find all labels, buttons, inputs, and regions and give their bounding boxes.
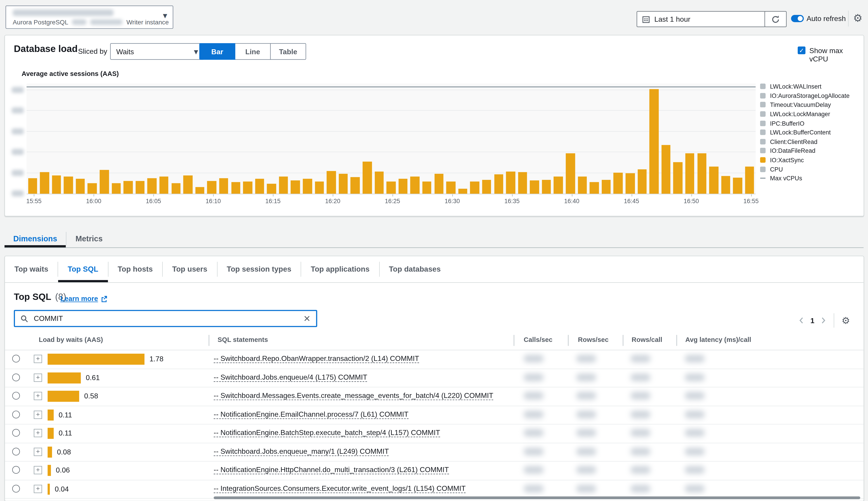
aas-bar[interactable] [649, 89, 658, 194]
table-horizontal-scrollbar[interactable] [214, 497, 860, 499]
legend-item-io-datafileread[interactable]: IO:DataFileRead [760, 146, 849, 156]
aas-bar[interactable] [709, 166, 718, 194]
sql-statement-link[interactable]: -- NotificationEngine.EmailChannel.proce… [214, 410, 409, 418]
aas-bar[interactable] [745, 166, 754, 194]
next-page-chevron[interactable] [819, 317, 827, 324]
dimension-tab-top-applications[interactable]: Top applications [301, 256, 379, 282]
aas-bar[interactable] [387, 181, 395, 194]
dimension-tab-top-session-types[interactable]: Top session types [217, 256, 301, 282]
col-load-by-waits[interactable]: Load by waits (AAS) [39, 336, 103, 344]
aas-bar[interactable] [183, 175, 192, 194]
aas-bar[interactable] [697, 153, 706, 194]
row-radio-button[interactable] [12, 447, 20, 455]
row-radio-button[interactable] [12, 484, 20, 492]
legend-item-lwlock-walinsert[interactable]: LWLock:WALInsert [760, 82, 849, 91]
aas-bar[interactable] [207, 181, 216, 194]
aas-bar[interactable] [219, 178, 228, 194]
aas-bar[interactable] [231, 182, 240, 194]
col-avg-latency[interactable]: Avg latency (ms)/call [685, 336, 751, 344]
aas-bar[interactable] [136, 181, 145, 194]
settings-gear-icon[interactable]: ⚙ [853, 13, 862, 23]
aas-bar[interactable] [362, 161, 372, 194]
aas-bar[interactable] [566, 153, 575, 194]
aas-bar[interactable] [291, 180, 300, 194]
expand-row-icon[interactable]: + [34, 411, 42, 419]
aas-bar[interactable] [279, 176, 288, 194]
aas-bar[interactable] [530, 180, 539, 194]
clear-search-icon[interactable] [303, 315, 310, 322]
column-divider[interactable] [514, 335, 514, 346]
learn-more-link[interactable]: Learn more [60, 295, 107, 302]
aas-bar[interactable] [112, 183, 121, 194]
aas-bar[interactable] [685, 153, 695, 194]
aas-bar[interactable] [434, 174, 443, 194]
search-input[interactable] [33, 314, 299, 323]
aas-bar[interactable] [171, 183, 180, 194]
row-radio-button[interactable] [12, 429, 20, 437]
aas-bar[interactable] [351, 177, 360, 194]
aas-bar[interactable] [243, 182, 252, 194]
aas-bar[interactable] [733, 178, 742, 194]
aas-bar[interactable] [64, 177, 73, 194]
legend-item-io-xactsync[interactable]: IO:XactSync [760, 156, 849, 165]
column-divider[interactable] [209, 335, 209, 346]
aas-bar[interactable] [88, 183, 97, 194]
aas-bar[interactable] [124, 181, 133, 194]
dimension-tab-top-hosts[interactable]: Top hosts [108, 256, 162, 282]
aas-bar[interactable] [613, 172, 623, 194]
legend-item-cpu[interactable]: CPU [760, 164, 849, 174]
expand-row-icon[interactable]: + [34, 429, 42, 437]
aas-bar[interactable] [267, 184, 276, 194]
expand-row-icon[interactable]: + [34, 484, 42, 493]
dimension-tab-top-users[interactable]: Top users [163, 256, 217, 282]
aas-bar[interactable] [40, 172, 49, 194]
row-radio-button[interactable] [12, 392, 20, 399]
aas-bar[interactable] [195, 187, 204, 194]
legend-item-client-clientread[interactable]: Client:ClientRead [760, 137, 849, 146]
current-page-number[interactable]: 1 [811, 316, 814, 325]
auto-refresh-toggle[interactable] [791, 15, 804, 22]
db-instance-selector[interactable]: Aurora PostgreSQL Writer instance ▼ [6, 6, 173, 29]
tab-dimensions[interactable]: Dimensions [4, 230, 66, 247]
refresh-button[interactable] [764, 11, 787, 27]
aas-bar[interactable] [327, 171, 336, 194]
dimension-tab-top-waits[interactable]: Top waits [5, 256, 57, 282]
aas-bar[interactable] [411, 176, 420, 194]
aas-bar[interactable] [52, 175, 61, 194]
aas-bar[interactable] [76, 179, 85, 194]
aas-bar[interactable] [506, 172, 515, 194]
col-calls-sec[interactable]: Calls/sec [524, 336, 552, 344]
col-sql-statements[interactable]: SQL statements [218, 336, 268, 344]
legend-item-ipc-bufferio[interactable]: IPC:BufferIO [760, 119, 849, 128]
aas-bar[interactable] [399, 179, 407, 194]
row-radio-button[interactable] [12, 373, 20, 381]
time-range-selector[interactable]: Last 1 hour [636, 11, 765, 27]
column-divider[interactable] [677, 335, 677, 346]
aas-bar[interactable] [674, 162, 682, 194]
aas-bar[interactable] [721, 176, 730, 194]
row-radio-button[interactable] [12, 411, 20, 418]
show-max-vcpu-checkbox[interactable]: ✓ [798, 46, 805, 54]
row-radio-button[interactable] [12, 355, 20, 362]
slice-by-select[interactable]: Waits ▼ [110, 43, 204, 60]
expand-row-icon[interactable]: + [34, 447, 42, 456]
table-preferences-gear-icon[interactable]: ⚙ [841, 316, 850, 325]
aas-bar[interactable] [542, 180, 551, 194]
sql-statement-link[interactable]: -- IntegrationSources.Consumers.Executor… [214, 484, 466, 493]
expand-row-icon[interactable]: + [34, 466, 42, 475]
aas-bar[interactable] [590, 182, 599, 194]
aas-bar[interactable] [554, 176, 563, 194]
view-button-bar[interactable]: Bar [199, 43, 235, 60]
legend-item-lwlock-lockmanager[interactable]: LWLock:LockManager [760, 109, 849, 119]
sql-statement-link[interactable]: -- Switchboard.Messages.Events.create_me… [214, 391, 493, 400]
sql-statement-link[interactable]: -- Switchboard.Jobs.enqueue_many/1 (L249… [214, 447, 389, 456]
aas-bar[interactable] [458, 189, 467, 194]
legend-item-max-vcpus[interactable]: Max vCPUs [760, 174, 849, 183]
dimension-tab-top-sql[interactable]: Top SQL [58, 256, 108, 282]
legend-item-timeout-vacuumdelay[interactable]: Timeout:VacuumDelay [760, 100, 849, 110]
col-rows-sec[interactable]: Rows/sec [578, 336, 609, 344]
sql-statement-link[interactable]: -- Switchboard.Repo.ObanWrapper.transact… [214, 354, 419, 363]
column-divider[interactable] [568, 335, 569, 346]
aas-bar[interactable] [602, 180, 611, 194]
sql-statement-link[interactable]: -- NotificationEngine.BatchStep.execute_… [214, 428, 440, 437]
